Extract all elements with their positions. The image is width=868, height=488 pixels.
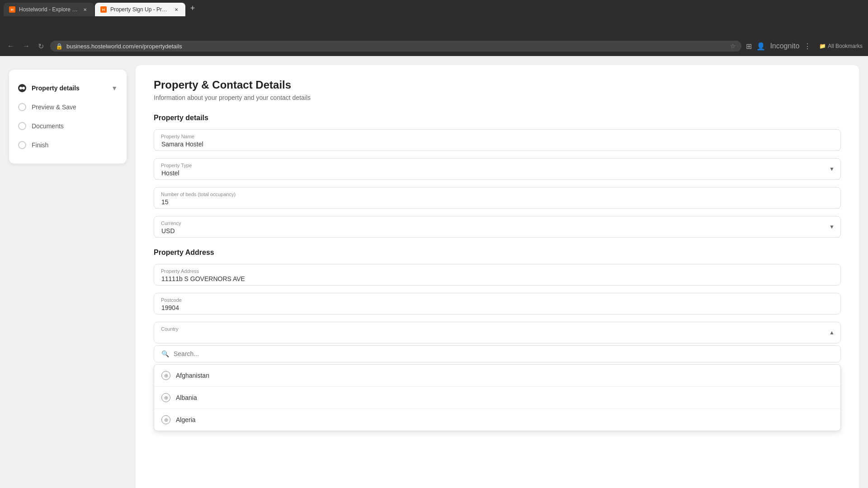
bookmarks-label[interactable]: All Bookmarks [828,43,863,49]
sidebar-card: Property details ▼ Preview & Save Docume… [9,70,127,164]
back-button[interactable]: ← [5,40,16,52]
search-icon: 🔍 [161,350,169,357]
address-field-group: Property Address [154,264,841,286]
new-tab-button[interactable]: + [186,2,199,14]
country-list: ⊕ Afghanistan ⊕ Albania ⊕ Algeria [154,364,841,431]
beds-input[interactable] [154,187,841,209]
sidebar-item-documents[interactable]: Documents [18,117,118,136]
globe-icon-albania: ⊕ [161,393,170,402]
property-type-field-group: Property Type Hostel ▼ [154,158,841,180]
country-select[interactable] [154,322,841,343]
main-content: Property & Contact Details Information a… [136,65,859,488]
address-bar[interactable]: 🔒 business.hostelworld.com/en/propertyde… [50,41,741,52]
tab-close-property[interactable]: ✕ [173,6,180,13]
property-details-section-title: Property details [154,114,841,122]
property-name-input[interactable] [154,129,841,151]
incognito-label: Incognito [770,42,799,50]
page-title: Property & Contact Details [154,79,841,91]
sidebar-item-label-finish: Finish [32,141,48,149]
forward-button[interactable]: → [21,40,32,52]
globe-icon-afghanistan: ⊕ [161,371,170,380]
extensions-button[interactable]: ⊞ [746,42,752,51]
bookmark-star-icon[interactable]: ☆ [730,42,736,50]
browser-actions: ⊞ 👤 Incognito ⋮ [746,42,811,51]
globe-icon-algeria: ⊕ [161,415,170,424]
tab-bar: H Hostelworld - Explore the worl... ✕ H … [0,0,868,16]
country-item-albania[interactable]: ⊕ Albania [154,387,840,409]
tab-title-hostelworld: Hostelworld - Explore the worl... [19,6,78,13]
tab-favicon-property: H [100,6,107,13]
sidebar-item-property-details[interactable]: Property details ▼ [18,79,118,98]
tab-title-property: Property Sign Up - Property an... [110,6,169,13]
beds-field-group: Number of beds (total occupancy) [154,187,841,209]
country-item-afghanistan[interactable]: ⊕ Afghanistan [154,365,840,387]
chevron-down-icon: ▼ [111,84,118,92]
property-address-section-title: Property Address [154,249,841,257]
page-container: Property details ▼ Preview & Save Docume… [0,56,868,488]
refresh-button[interactable]: ↻ [36,40,46,52]
sidebar-item-preview-save[interactable]: Preview & Save [18,98,118,117]
sidebar-radio-documents [18,122,26,130]
country-name-afghanistan: Afghanistan [176,372,209,379]
currency-select[interactable]: USD [154,216,841,238]
menu-button[interactable]: ⋮ [804,42,811,51]
browser-chrome: H Hostelworld - Explore the worl... ✕ H … [0,0,868,36]
country-name-albania: Albania [176,394,197,401]
property-type-select[interactable]: Hostel [154,158,841,180]
tab-close-hostelworld[interactable]: ✕ [81,6,89,13]
bookmarks-bar-section: 📁 All Bookmarks [819,43,863,49]
postcode-input[interactable] [154,293,841,314]
sidebar-item-label-documents: Documents [32,122,64,130]
country-search-box: 🔍 [154,345,841,362]
sidebar: Property details ▼ Preview & Save Docume… [0,56,136,488]
lock-icon: 🔒 [56,43,63,50]
country-item-algeria[interactable]: ⊕ Algeria [154,409,840,431]
page-subtitle: Information about your property and your… [154,94,841,101]
sidebar-radio-property-details [18,84,26,92]
sidebar-item-label-preview-save: Preview & Save [32,103,76,111]
country-name-algeria: Algeria [176,416,196,423]
country-field-group: Country ▲ [154,322,841,343]
profile-button[interactable]: 👤 [756,42,765,51]
tab-hostelworld[interactable]: H Hostelworld - Explore the worl... ✕ [4,3,94,16]
bookmarks-folder-icon: 📁 [819,43,826,49]
tab-property-signup[interactable]: H Property Sign Up - Property an... ✕ [95,3,185,16]
sidebar-item-finish[interactable]: Finish [18,136,118,155]
address-bar-row: ← → ↻ 🔒 business.hostelworld.com/en/prop… [0,36,868,56]
country-search-input[interactable] [174,350,833,357]
address-input[interactable] [154,264,841,286]
sidebar-radio-finish [18,141,26,149]
currency-field-group: Currency USD ▼ [154,216,841,238]
url-text: business.hostelworld.com/en/propertydeta… [66,43,726,50]
property-name-field-group: Property Name [154,129,841,151]
postcode-field-group: Postcode [154,293,841,314]
country-dropdown-container: Country ▲ 🔍 ⊕ Afghanistan ⊕ Albania [154,322,841,431]
sidebar-item-label-property-details: Property details [32,84,80,92]
sidebar-radio-preview-save [18,103,26,111]
tab-favicon-hostelworld: H [9,6,15,13]
